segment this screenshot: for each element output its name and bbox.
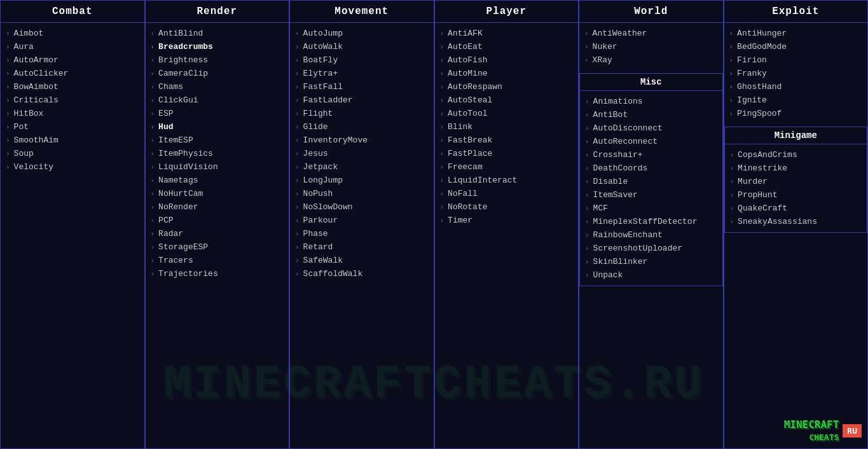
list-item[interactable]: ›LiquidInteract: [435, 174, 579, 187]
list-item[interactable]: ›Murder: [725, 175, 867, 188]
list-item[interactable]: ›BoatFly: [290, 53, 434, 67]
list-item[interactable]: ›NoFall: [435, 187, 579, 200]
list-item[interactable]: ›PCP: [146, 214, 289, 227]
list-item[interactable]: ›Firion: [724, 53, 868, 67]
list-item[interactable]: ›SafeWalk: [290, 254, 434, 267]
list-item[interactable]: ›ItemESP: [146, 134, 289, 147]
list-item[interactable]: ›AntiBot: [580, 108, 722, 121]
list-item[interactable]: ›AutoDisconnect: [580, 121, 722, 135]
list-item[interactable]: ›NoRender: [146, 200, 289, 214]
list-item[interactable]: ›Parkour: [290, 214, 434, 227]
chevron-icon: ›: [151, 57, 155, 64]
list-item[interactable]: ›ESP: [146, 107, 289, 120]
list-item[interactable]: ›RainbowEnchant: [580, 228, 722, 242]
list-item[interactable]: ›Jetpack: [290, 160, 434, 174]
list-item[interactable]: ›Criticals: [1, 93, 144, 107]
list-item[interactable]: ›AntiBlind: [146, 27, 289, 40]
list-item[interactable]: ›NoSlowDown: [290, 200, 434, 214]
list-item[interactable]: ›AutoWalk: [290, 40, 434, 53]
list-item[interactable]: ›HitBox: [1, 107, 144, 120]
list-item[interactable]: ›PropHunt: [725, 188, 867, 202]
list-item[interactable]: ›SneakyAssassians: [725, 215, 867, 228]
list-item[interactable]: ›Ignite: [724, 93, 868, 107]
list-item[interactable]: ›ItemSaver: [580, 188, 722, 202]
list-item[interactable]: ›AutoMine: [435, 67, 579, 80]
list-item[interactable]: ›ItemPhysics: [146, 147, 289, 160]
list-item[interactable]: ›AntiAFK: [435, 27, 579, 40]
list-item[interactable]: ›LongJump: [290, 174, 434, 187]
list-item[interactable]: ›LiquidVision: [146, 160, 289, 174]
list-item[interactable]: ›ScaffoldWalk: [290, 267, 434, 280]
list-item[interactable]: ›GhostHand: [724, 80, 868, 93]
list-item[interactable]: ›NoHurtCam: [146, 187, 289, 200]
list-item[interactable]: ›AutoSteal: [435, 93, 579, 107]
list-item[interactable]: ›NoPush: [290, 187, 434, 200]
list-item[interactable]: ›ClickGui: [146, 93, 289, 107]
list-item[interactable]: ›Retard: [290, 240, 434, 254]
list-item[interactable]: ›AutoEat: [435, 40, 579, 53]
list-item[interactable]: ›Nametags: [146, 174, 289, 187]
list-item[interactable]: ›Breadcrumbs: [146, 40, 289, 53]
list-item[interactable]: ›Aura: [1, 40, 144, 53]
list-item[interactable]: ›CopsAndCrims: [725, 148, 867, 162]
list-item[interactable]: ›Soup: [1, 147, 144, 160]
list-item[interactable]: ›AutoArmor: [1, 53, 144, 67]
list-item[interactable]: ›Brightness: [146, 53, 289, 67]
list-item[interactable]: ›Chams: [146, 80, 289, 93]
list-item[interactable]: ›Hud: [146, 120, 289, 134]
list-item[interactable]: ›AutoFish: [435, 53, 579, 67]
list-item[interactable]: ›MCF: [580, 202, 722, 215]
list-item[interactable]: ›BowAimbot: [1, 80, 144, 93]
list-item[interactable]: ›Timer: [435, 214, 579, 227]
list-item[interactable]: ›SkinBlinker: [580, 255, 722, 268]
list-item[interactable]: ›AutoRespawn: [435, 80, 579, 93]
list-item[interactable]: ›AutoJump: [290, 27, 434, 40]
list-item[interactable]: ›Blink: [435, 120, 579, 134]
list-item[interactable]: ›Freecam: [435, 160, 579, 174]
chevron-icon: ›: [585, 245, 589, 252]
list-item[interactable]: ›XRay: [579, 53, 723, 67]
list-item[interactable]: ›MineplexStaffDetector: [580, 215, 722, 228]
list-item[interactable]: ›FastFall: [290, 80, 434, 93]
list-item[interactable]: ›CameraClip: [146, 67, 289, 80]
list-item[interactable]: ›AntiHunger: [724, 27, 868, 40]
list-item[interactable]: ›NoRotate: [435, 200, 579, 214]
list-item[interactable]: ›Velocity: [1, 160, 144, 174]
list-item[interactable]: ›ScreenshotUploader: [580, 242, 722, 255]
list-item[interactable]: ›StorageESP: [146, 240, 289, 254]
list-item[interactable]: ›Jesus: [290, 147, 434, 160]
list-item[interactable]: ›BedGodMode: [724, 40, 868, 53]
list-item[interactable]: ›Elytra+: [290, 67, 434, 80]
list-item[interactable]: ›Flight: [290, 107, 434, 120]
list-item[interactable]: ›PingSpoof: [724, 107, 868, 120]
list-item[interactable]: ›AutoReconnect: [580, 135, 722, 148]
list-item[interactable]: ›InventoryMove: [290, 134, 434, 147]
world-header: World: [579, 1, 723, 23]
list-item[interactable]: ›AutoTool: [435, 107, 579, 120]
list-item[interactable]: ›Phase: [290, 227, 434, 240]
panel-movement: Movement ›AutoJump ›AutoWalk ›BoatFly ›E…: [289, 0, 434, 449]
list-item[interactable]: ›Minestrike: [725, 162, 867, 175]
list-item[interactable]: ›AutoClicker: [1, 67, 144, 80]
list-item[interactable]: ›FastPlace: [435, 147, 579, 160]
list-item[interactable]: ›Glide: [290, 120, 434, 134]
list-item[interactable]: ›FastBreak: [435, 134, 579, 147]
list-item[interactable]: ›Trajectories: [146, 267, 289, 280]
list-item[interactable]: ›SmoothAim: [1, 134, 144, 147]
list-item[interactable]: ›DeathCoords: [580, 162, 722, 175]
chevron-icon: ›: [295, 244, 300, 251]
list-item[interactable]: ›Unpack: [580, 268, 722, 282]
list-item[interactable]: ›Disable: [580, 175, 722, 188]
list-item[interactable]: ›Aimbot: [1, 27, 144, 40]
list-item[interactable]: ›Radar: [146, 227, 289, 240]
list-item[interactable]: ›QuakeCraft: [725, 202, 867, 215]
list-item[interactable]: ›Nuker: [579, 40, 723, 53]
list-item[interactable]: ›FastLadder: [290, 93, 434, 107]
chevron-icon: ›: [6, 97, 10, 104]
list-item[interactable]: ›Crosshair+: [580, 148, 722, 162]
list-item[interactable]: ›Animations: [580, 95, 722, 108]
list-item[interactable]: ›Franky: [724, 67, 868, 80]
list-item[interactable]: ›Tracers: [146, 254, 289, 267]
list-item[interactable]: ›Pot: [1, 120, 144, 134]
list-item[interactable]: ›AntiWeather: [579, 27, 723, 40]
